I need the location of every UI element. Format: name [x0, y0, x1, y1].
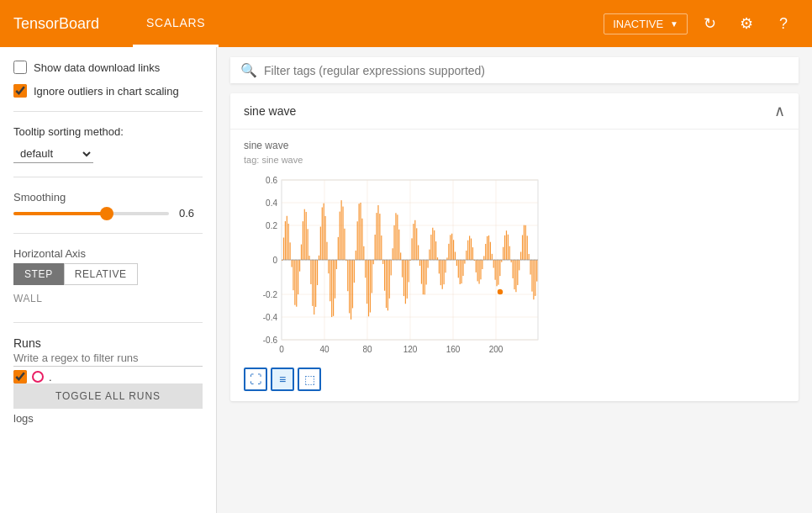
- svg-rect-166: [503, 247, 504, 260]
- tooltip-dropdown[interactable]: default descending ascending nearest: [13, 145, 93, 163]
- svg-rect-182: [529, 254, 530, 260]
- svg-rect-70: [349, 260, 350, 313]
- run-checkbox-1[interactable]: [13, 370, 27, 383]
- help-icon: ?: [779, 15, 788, 33]
- svg-rect-32: [288, 224, 289, 260]
- svg-rect-72: [352, 260, 353, 308]
- svg-rect-94: [388, 260, 388, 310]
- svg-rect-47: [312, 260, 313, 306]
- svg-rect-187: [536, 260, 537, 282]
- svg-text:-0.2: -0.2: [263, 290, 278, 299]
- svg-rect-161: [495, 260, 496, 280]
- header-right: INACTIVE ▼ ↻ ⚙ ?: [604, 8, 799, 39]
- svg-text:-0.6: -0.6: [263, 336, 278, 345]
- refresh-button[interactable]: ↻: [694, 8, 725, 39]
- runs-filter-input[interactable]: [13, 350, 203, 367]
- filter-input[interactable]: [264, 64, 788, 77]
- svg-rect-91: [382, 260, 383, 264]
- svg-rect-59: [331, 260, 332, 317]
- svg-rect-125: [437, 257, 438, 260]
- svg-rect-126: [439, 260, 440, 273]
- app-logo: TensorBoard: [13, 15, 99, 33]
- smoothing-label: Smoothing: [13, 191, 203, 204]
- svg-rect-128: [442, 260, 443, 289]
- chart-tag: tag: sine wave: [244, 155, 785, 165]
- svg-rect-42: [304, 209, 305, 260]
- svg-rect-171: [511, 260, 512, 262]
- axis-section: Horizontal Axis STEP RELATIVE WALL: [13, 247, 203, 309]
- axis-relative-button[interactable]: RELATIVE: [64, 263, 138, 285]
- svg-rect-173: [514, 260, 514, 289]
- status-dropdown[interactable]: INACTIVE ▼: [604, 13, 688, 34]
- svg-text:80: 80: [362, 345, 372, 354]
- runs-section: Runs . TOGGLE ALL RUNS logs: [13, 336, 203, 425]
- svg-rect-114: [419, 260, 420, 266]
- svg-rect-75: [357, 221, 358, 260]
- ignore-outliers-row: Ignore outliers in chart scaling: [13, 84, 203, 98]
- nav-scalars[interactable]: SCALARS: [133, 0, 219, 47]
- svg-rect-121: [430, 235, 431, 260]
- svg-rect-115: [421, 260, 422, 284]
- svg-rect-39: [299, 260, 300, 272]
- svg-rect-93: [386, 260, 387, 308]
- svg-rect-49: [315, 260, 316, 307]
- zoom-fit-button[interactable]: ⛶: [244, 368, 267, 391]
- svg-text:120: 120: [403, 345, 418, 354]
- divider-2: [13, 177, 203, 177]
- svg-rect-40: [301, 245, 302, 260]
- wave-endpoint: [497, 288, 504, 295]
- svg-rect-79: [363, 246, 364, 260]
- divider-4: [13, 322, 203, 323]
- svg-rect-102: [400, 252, 401, 260]
- help-button[interactable]: ?: [768, 8, 799, 39]
- svg-rect-152: [480, 260, 481, 279]
- collapse-button[interactable]: ∧: [774, 103, 785, 119]
- svg-rect-133: [450, 235, 451, 260]
- show-download-label: Show data download links: [34, 61, 160, 74]
- svg-rect-129: [444, 260, 445, 284]
- pan-button[interactable]: ≡: [271, 368, 294, 391]
- svg-rect-63: [338, 237, 339, 260]
- axis-wall-button[interactable]: WALL: [13, 288, 43, 309]
- svg-rect-118: [426, 260, 427, 284]
- svg-rect-143: [466, 251, 467, 260]
- axis-step-button[interactable]: STEP: [13, 263, 64, 285]
- header: TensorBoard SCALARS INACTIVE ▼ ↻ ⚙ ?: [0, 0, 812, 47]
- svg-rect-175: [517, 260, 518, 285]
- show-download-checkbox[interactable]: [13, 61, 27, 74]
- svg-rect-130: [445, 260, 446, 272]
- svg-rect-184: [531, 260, 532, 292]
- tooltip-row: Tooltip sorting method: default descendi…: [13, 125, 203, 163]
- svg-rect-51: [319, 256, 319, 260]
- status-label: INACTIVE: [613, 18, 663, 30]
- svg-rect-52: [320, 227, 321, 260]
- ignore-outliers-checkbox[interactable]: [13, 84, 27, 98]
- toggle-all-button[interactable]: TOGGLE ALL RUNS: [13, 383, 203, 409]
- settings-button[interactable]: ⚙: [731, 8, 762, 39]
- pan-icon: ≡: [279, 373, 286, 386]
- svg-rect-105: [405, 260, 406, 304]
- svg-rect-37: [296, 260, 297, 307]
- svg-rect-35: [293, 260, 293, 290]
- svg-rect-74: [356, 251, 356, 260]
- svg-rect-163: [498, 260, 498, 285]
- svg-rect-77: [360, 203, 361, 260]
- svg-rect-153: [482, 260, 482, 269]
- main-layout: Show data download links Ignore outliers…: [0, 47, 812, 513]
- svg-rect-44: [308, 229, 308, 260]
- svg-rect-120: [429, 250, 430, 260]
- svg-rect-154: [483, 256, 484, 260]
- svg-rect-117: [424, 260, 425, 294]
- search-icon: 🔍: [240, 62, 257, 78]
- zoom-select-button[interactable]: ⬚: [298, 368, 321, 391]
- svg-rect-34: [291, 260, 292, 267]
- svg-rect-80: [365, 260, 366, 278]
- svg-rect-85: [373, 260, 374, 264]
- svg-rect-159: [492, 254, 493, 260]
- divider-3: [13, 233, 203, 234]
- slider-thumb[interactable]: [100, 207, 113, 220]
- chevron-down-icon: ▼: [670, 19, 678, 29]
- svg-rect-149: [476, 260, 477, 272]
- svg-rect-83: [370, 260, 371, 312]
- sidebar: Show data download links Ignore outliers…: [0, 47, 217, 513]
